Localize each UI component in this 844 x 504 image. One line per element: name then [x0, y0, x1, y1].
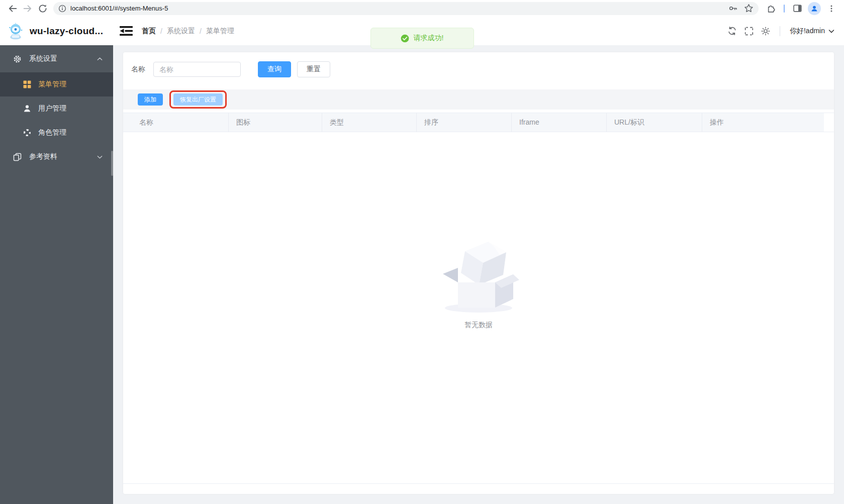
breadcrumb: 首页 / 系统设置 / 菜单管理	[142, 27, 234, 36]
add-button[interactable]: 添加	[138, 93, 163, 106]
success-check-icon	[401, 34, 409, 43]
column-header-icon: 图标	[229, 113, 322, 132]
reload-icon	[38, 4, 47, 13]
chevron-down-icon	[97, 154, 103, 160]
sidebar-item-label: 菜单管理	[38, 80, 66, 89]
sun-icon	[761, 27, 770, 36]
side-panel-button[interactable]	[790, 1, 805, 16]
empty-box-illustration	[435, 234, 522, 314]
column-header-sort: 排序	[417, 113, 512, 132]
browser-back-button[interactable]	[5, 1, 20, 16]
grid-icon	[23, 80, 31, 88]
user-menu[interactable]: 你好!admin	[790, 27, 835, 36]
reset-button[interactable]: 重置	[297, 61, 330, 77]
toast-message: 请求成功!	[414, 34, 444, 43]
chevron-down-icon	[828, 28, 835, 35]
sidebar-item-menu-management[interactable]: 菜单管理	[0, 72, 113, 96]
column-header-url: URL/标识	[607, 113, 702, 132]
header-divider	[780, 26, 780, 36]
search-form: 名称 查询 重置	[123, 52, 834, 86]
empty-state: 暂无数据	[435, 234, 522, 330]
column-header-name: 名称	[123, 113, 229, 132]
query-button[interactable]: 查询	[258, 61, 291, 77]
breadcrumb-menu-management: 菜单管理	[206, 27, 234, 36]
breadcrumb-separator: /	[200, 27, 202, 35]
browser-reload-button[interactable]	[35, 1, 50, 16]
breadcrumb-system-settings[interactable]: 系统设置	[167, 27, 195, 36]
user-greeting: 你好!admin	[790, 27, 825, 36]
browser-actions	[764, 1, 839, 16]
screen: localhost:6001/#/system-Menus-5	[0, 0, 844, 504]
table-toolbar: 添加 恢复出厂设置	[123, 89, 834, 110]
fullscreen-icon	[744, 27, 754, 36]
user-icon	[23, 105, 31, 113]
app-logo-robot-icon	[7, 22, 25, 40]
app-title: wu-lazy-cloud...	[30, 26, 103, 37]
sidebar-group-reference-material[interactable]: 参考资料	[0, 145, 113, 169]
sidebar-group-label: 参考资料	[29, 152, 97, 161]
breadcrumb-separator: /	[160, 27, 162, 35]
name-field-label: 名称	[131, 65, 145, 74]
sidebar-collapse-button[interactable]	[120, 26, 133, 36]
sidebar-item-label: 角色管理	[38, 128, 66, 137]
table-header-row: 名称 图标 类型 排序 Iframe URL/标识 操作	[123, 113, 834, 132]
address-bar[interactable]: localhost:6001/#/system-Menus-5	[53, 2, 759, 15]
tab-group-indicator	[784, 5, 785, 13]
side-panel-icon	[793, 4, 802, 13]
browser-toolbar: localhost:6001/#/system-Menus-5	[0, 0, 844, 17]
fullscreen-button[interactable]	[744, 27, 754, 36]
password-key-icon[interactable]	[728, 4, 738, 13]
theme-toggle-button[interactable]	[761, 27, 770, 36]
table-scrollbar-gutter	[824, 113, 834, 132]
sidebar-group-system-settings[interactable]: 系统设置	[0, 45, 113, 72]
bookmark-star-icon[interactable]	[744, 4, 754, 13]
table-body-empty: 暂无数据	[123, 132, 834, 484]
app-body: 系统设置 菜单管理 用户管理	[0, 45, 844, 504]
sidebar-group-label: 系统设置	[29, 54, 97, 63]
column-header-type: 类型	[322, 113, 417, 132]
success-toast: 请求成功!	[370, 28, 474, 49]
red-highlight-annotation: 恢复出厂设置	[169, 90, 227, 109]
column-header-actions: 操作	[702, 113, 824, 132]
column-header-iframe: Iframe	[512, 113, 607, 132]
factory-reset-button[interactable]: 恢复出厂设置	[173, 93, 223, 106]
sidebar-scrollbar-thumb[interactable]	[111, 151, 113, 176]
sync-icon	[727, 26, 737, 36]
sidebar-item-label: 用户管理	[38, 104, 66, 113]
forward-arrow-icon	[23, 4, 32, 13]
chevron-up-icon	[97, 56, 103, 62]
refresh-button[interactable]	[727, 26, 737, 36]
breadcrumb-home[interactable]: 首页	[142, 27, 156, 36]
content-card: 名称 查询 重置 添加 恢复出厂设置 名称 图标 类型 排序 Iframe	[123, 52, 834, 494]
name-search-input[interactable]	[153, 62, 241, 77]
app-logo-area: wu-lazy-cloud...	[0, 22, 113, 40]
empty-state-text: 暂无数据	[464, 321, 493, 330]
main-content: 名称 查询 重置 添加 恢复出厂设置 名称 图标 类型 排序 Iframe	[113, 45, 844, 504]
browser-menu-button[interactable]	[824, 1, 839, 16]
site-info-icon[interactable]	[58, 5, 66, 13]
browser-profile-avatar[interactable]	[808, 2, 821, 15]
gear-icon	[13, 55, 22, 63]
fold-menu-icon	[120, 26, 133, 36]
header-actions: 你好!admin	[727, 26, 844, 36]
sidebar-item-role-management[interactable]: 角色管理	[0, 121, 113, 145]
profile-person-icon	[810, 5, 818, 13]
extensions-button[interactable]	[764, 1, 779, 16]
three-dots-icon	[827, 5, 835, 13]
browser-forward-button[interactable]	[20, 1, 35, 16]
puzzle-icon	[767, 4, 776, 13]
lifebuoy-icon	[23, 129, 31, 137]
back-arrow-icon	[8, 4, 17, 13]
url-text: localhost:6001/#/system-Menus-5	[70, 5, 168, 12]
sidebar-item-user-management[interactable]: 用户管理	[0, 96, 113, 121]
documents-icon	[13, 153, 22, 161]
sidebar: 系统设置 菜单管理 用户管理	[0, 45, 113, 504]
